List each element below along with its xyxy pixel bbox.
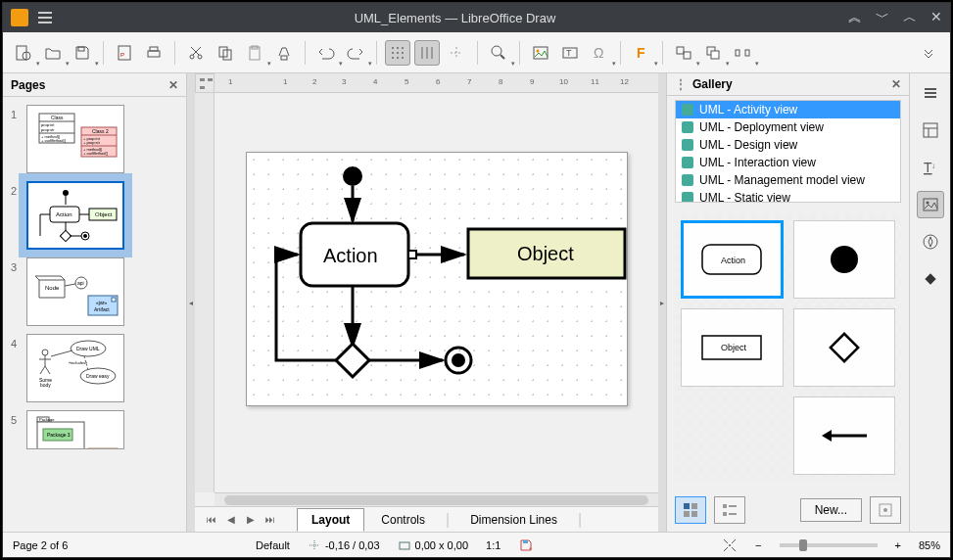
fit-page-icon[interactable]	[722, 537, 738, 553]
canvas-viewport[interactable]: Action Object	[214, 93, 658, 492]
gallery-new-button[interactable]: New...	[800, 498, 862, 522]
uml-output-pin[interactable]	[408, 251, 416, 258]
svg-line-79	[40, 366, 45, 374]
toolbar-overflow-button[interactable]	[917, 40, 942, 66]
status-style[interactable]: Default	[256, 539, 290, 551]
status-coords: -0,16 / 0,03	[325, 539, 380, 551]
gallery-item-deployment[interactable]: UML - Deployment view	[676, 118, 900, 136]
page-thumbnail-3[interactable]: 3 Nodeapi«jar»Artifact	[11, 257, 178, 326]
gallery-panel-close-icon[interactable]: ✕	[891, 77, 901, 91]
status-scale[interactable]: 1:1	[486, 539, 500, 551]
clone-format-button[interactable]	[271, 40, 297, 66]
zoom-in-button[interactable]: +	[895, 539, 901, 551]
gallery-item-activity[interactable]: UML - Activity view	[676, 101, 900, 118]
gallery-thumb-arrow[interactable]	[793, 397, 896, 475]
gallery-icon-view-button[interactable]	[675, 496, 706, 524]
sidebar-shapes-icon[interactable]	[917, 265, 944, 293]
svg-rect-128	[523, 540, 528, 543]
export-pdf-button[interactable]: P	[112, 40, 137, 66]
gallery-thumb-start[interactable]	[793, 220, 896, 299]
svg-rect-35	[684, 52, 691, 59]
layer-tabs: ⏮ ◀ ▶ ⏭ Layout Controls | Dimension Line…	[195, 506, 658, 532]
gallery-item-management[interactable]: UML - Management model view	[676, 171, 900, 189]
save-button[interactable]	[70, 40, 95, 66]
tab-controls[interactable]: Controls	[366, 508, 440, 532]
gallery-thumb-decision[interactable]	[793, 308, 896, 387]
align-button[interactable]	[671, 40, 696, 66]
pages-panel-close-icon[interactable]: ✕	[168, 78, 178, 92]
page-thumbnail-2[interactable]: 2 ActionObject	[11, 181, 178, 250]
grid-visible-button[interactable]	[385, 40, 410, 66]
tab-nav-next[interactable]: ▶	[242, 511, 260, 529]
sidebar-menu-icon[interactable]	[917, 79, 944, 107]
helplines-button[interactable]	[444, 40, 469, 66]
insert-textbox-button[interactable]: T	[557, 40, 583, 66]
sidebar-navigator-icon[interactable]	[917, 228, 944, 256]
svg-point-8	[198, 55, 202, 59]
paste-button[interactable]	[242, 40, 267, 66]
zoom-button[interactable]	[486, 40, 511, 66]
drawing-page[interactable]: Action Object	[246, 152, 628, 406]
maximize-icon[interactable]: ︿	[903, 9, 917, 26]
tab-layout[interactable]: Layout	[297, 508, 364, 532]
tab-nav-last[interactable]: ⏭	[262, 511, 279, 529]
horizontal-scrollbar[interactable]	[214, 492, 658, 506]
gallery-list-view-button[interactable]	[714, 496, 745, 524]
snap-grid-button[interactable]	[414, 40, 440, 66]
uml-start-node[interactable]	[343, 166, 362, 186]
gallery-item-interaction[interactable]: UML - Interaction view	[676, 154, 900, 171]
status-page[interactable]: Page 2 of 6	[13, 539, 68, 551]
gallery-item-design[interactable]: UML - Design view	[676, 136, 900, 154]
zoom-slider[interactable]	[780, 543, 878, 547]
page-thumbnail-5[interactable]: 5 PackagePackage 3Package 2	[11, 410, 178, 449]
hamburger-menu[interactable]	[38, 11, 52, 24]
gallery-thumb-object[interactable]: Object	[681, 308, 784, 387]
window-title: UML_Elements — LibreOffice Draw	[62, 11, 848, 25]
distribute-button[interactable]	[730, 40, 755, 66]
panel-grip-icon[interactable]: ⋮	[675, 77, 687, 91]
sidebar-styles-icon[interactable]: T↓	[917, 154, 944, 181]
page-thumbnail-4[interactable]: 4 SomebodyDraw UMLDraw easy«includes»	[11, 334, 178, 402]
new-document-button[interactable]	[11, 40, 36, 66]
uml-decision-node[interactable]	[336, 344, 369, 377]
cut-button[interactable]	[183, 40, 209, 66]
svg-rect-6	[150, 47, 158, 51]
open-button[interactable]	[40, 40, 66, 66]
close-icon[interactable]: ✕	[930, 9, 942, 26]
sidebar-properties-icon[interactable]	[917, 117, 944, 144]
minimize-icon[interactable]: ﹀	[876, 9, 889, 26]
svg-line-87	[51, 350, 72, 356]
svg-point-66	[83, 234, 87, 238]
vertical-ruler[interactable]	[195, 93, 214, 492]
zoom-out-button[interactable]: −	[755, 539, 761, 551]
horizontal-ruler[interactable]: 1 1 2 3 4 5 6 7 8 9 10 11 12	[214, 73, 658, 93]
page-thumbnail-1[interactable]: 1 Classprop:intprop:str+ method()+ ourMe…	[11, 105, 178, 173]
right-splitter[interactable]	[658, 73, 666, 532]
status-zoom[interactable]: 85%	[919, 539, 940, 551]
svg-point-18	[397, 52, 399, 54]
gallery-properties-button[interactable]	[870, 496, 901, 524]
expand-up-icon[interactable]: ︽	[848, 9, 862, 26]
sidebar-gallery-icon[interactable]	[917, 191, 944, 218]
print-button[interactable]	[141, 40, 167, 66]
special-char-button[interactable]: Ω	[587, 40, 612, 66]
insert-image-button[interactable]	[528, 40, 553, 66]
gallery-thumb-action[interactable]: Action	[681, 220, 784, 299]
svg-rect-0	[17, 46, 26, 60]
svg-point-56	[63, 190, 69, 196]
gallery-category-list[interactable]: UML - Activity view UML - Deployment vie…	[675, 100, 901, 203]
tab-dimension-lines[interactable]: Dimension Lines	[455, 508, 572, 532]
undo-button[interactable]	[313, 40, 339, 66]
svg-line-80	[45, 366, 50, 374]
arrange-button[interactable]	[700, 40, 726, 66]
gallery-item-static[interactable]: UML - Static view	[676, 189, 900, 203]
status-save-icon[interactable]: *	[518, 537, 534, 553]
left-splitter[interactable]	[187, 73, 195, 532]
svg-point-22	[402, 57, 404, 59]
ruler-corner[interactable]	[195, 73, 214, 93]
copy-button[interactable]	[213, 40, 238, 66]
redo-button[interactable]	[343, 40, 368, 66]
fontwork-button[interactable]: F	[629, 40, 654, 66]
tab-nav-first[interactable]: ⏮	[203, 511, 220, 529]
tab-nav-prev[interactable]: ◀	[222, 511, 240, 529]
